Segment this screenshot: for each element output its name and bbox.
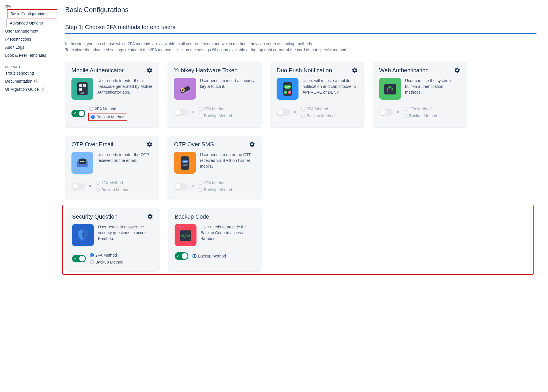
radio-backup-method[interactable]: Backup Method [90, 114, 126, 120]
radio-backup-method[interactable]: Backup Method [197, 187, 233, 193]
yubikey-icon [174, 78, 196, 100]
enable-toggle[interactable] [71, 110, 85, 117]
sidebar-item-label: Advanced Options [10, 21, 43, 25]
svg-point-25 [185, 164, 186, 165]
enable-toggle[interactable] [72, 255, 86, 262]
card-webauthn: Web Authentication User can use the syst… [373, 62, 467, 127]
radio-2fa-method[interactable]: 2FA Method [197, 106, 227, 112]
radio-2fa-method[interactable]: 2FA Method [300, 106, 329, 112]
sidebar-item-advanced-options[interactable]: Advanced Options [0, 19, 59, 27]
enable-toggle[interactable] [71, 183, 85, 190]
gear-icon[interactable] [146, 67, 153, 73]
duo-icon: DUO [277, 78, 298, 100]
sidebar-item-troubleshooting[interactable]: Troubleshooting [0, 69, 59, 77]
sidebar-item-label: Troubleshooting [5, 71, 34, 75]
gear-icon[interactable] [454, 67, 460, 73]
step-title: Step 1: Choose 2FA methods for end users [65, 24, 536, 34]
webauthn-icon [379, 78, 401, 100]
card-title: OTP Over Email [71, 141, 113, 148]
svg-text:?: ? [81, 232, 85, 238]
bottom-row-highlight: Security Question ? User needs to answer… [62, 205, 534, 275]
sidebar-item-migration-guide[interactable]: UI Migration Guide [0, 85, 59, 93]
sidebar-item-label: Documentation [5, 79, 32, 84]
sidebar-section-support: SUPPORT [0, 63, 59, 69]
radio-label: Backup Method [97, 115, 124, 119]
radio-label: 2FA Method [95, 107, 116, 111]
svg-rect-5 [83, 84, 86, 87]
card-otp-email: OTP Over Email OTP User needs to enter t… [65, 136, 159, 199]
radio-2fa-method[interactable]: 2FA Method [89, 252, 118, 258]
gear-icon[interactable] [146, 141, 153, 147]
mobile-authenticator-icon: OTP [71, 78, 93, 100]
close-icon: ✕ [396, 109, 400, 115]
enable-toggle[interactable] [277, 109, 290, 116]
svg-point-26 [186, 164, 187, 165]
enable-toggle[interactable] [175, 252, 188, 260]
radio-label: Backup Method [101, 188, 129, 192]
close-icon: ✕ [88, 183, 92, 189]
card-security-question: Security Question ? User needs to answer… [66, 208, 160, 271]
radio-2fa-method[interactable]: 2FA Method [197, 180, 227, 186]
radio-backup-method[interactable]: Backup Method [95, 187, 131, 193]
sidebar-item-user-management[interactable]: User Management [0, 27, 59, 35]
card-desc: User needs to enter the OTP received via… [200, 152, 255, 169]
gear-icon-inline [212, 47, 216, 53]
cards-grid: Mobile Authenticator OTP User needs to e… [65, 62, 536, 272]
gear-icon[interactable] [352, 67, 358, 73]
card-backup-code: Backup Code </> User needs to provide th… [168, 208, 262, 271]
svg-point-24 [184, 164, 185, 165]
radio-label: 2FA Method [307, 107, 328, 111]
close-icon: ✕ [191, 183, 194, 189]
radio-2fa-method[interactable]: 2FA Method [403, 106, 432, 112]
step-desc-line2: To explore the advanced settings related… [65, 47, 536, 53]
sidebar-item-basic-configurations[interactable]: Basic Configurations [7, 9, 57, 18]
svg-rect-11 [283, 82, 292, 96]
card-yubikey: Yubikey Hardware Token User needs to ins… [168, 62, 262, 127]
enable-toggle[interactable] [174, 183, 188, 190]
step-desc-line2b: option available at the top right corner… [217, 48, 347, 52]
gear-icon[interactable] [147, 213, 153, 220]
card-desc: User needs to enter the OTP received on … [97, 152, 153, 164]
step-desc-line2a: To explore the advanced settings related… [65, 48, 212, 52]
radio-label: Backup Method [198, 254, 226, 258]
sidebar-item-label: User Management [5, 29, 38, 33]
enable-toggle[interactable] [174, 109, 188, 116]
gear-icon[interactable] [249, 141, 255, 147]
security-question-icon: ? [72, 224, 94, 246]
radio-label: 2FA Method [204, 181, 226, 185]
card-title: Backup Code [175, 213, 209, 220]
sidebar-item-documentation[interactable]: Documentation [0, 77, 59, 85]
external-link-icon [34, 79, 37, 84]
sidebar-item-audit-logs[interactable]: Audit Logs [0, 43, 59, 51]
radio-2fa-method[interactable]: 2FA Method [95, 180, 124, 186]
radio-2fa-method[interactable]: 2FA Method [88, 106, 118, 112]
sidebar-section-2fa: 2FA [0, 3, 59, 9]
radio-label: Backup Method [95, 260, 123, 264]
sidebar-item-ip-restrictions[interactable]: IP Restrictions [0, 35, 59, 43]
sidebar-item-label: Basic Configurations [10, 12, 47, 16]
sidebar-item-label: UI Migration Guide [5, 87, 39, 92]
svg-rect-6 [79, 88, 82, 91]
card-mobile-authenticator: Mobile Authenticator OTP User needs to e… [65, 62, 159, 127]
step-description: In this step, you can choose which 2FA m… [65, 41, 536, 53]
card-title: Mobile Authenticator [71, 67, 124, 74]
radio-label: 2FA Method [204, 107, 226, 111]
sidebar-item-label: Audit Logs [5, 45, 24, 50]
step-desc-line1: In this step, you can choose which 2FA m… [65, 41, 536, 47]
card-desc: User needs to insert a security key & to… [200, 78, 255, 90]
card-title: Yubikey Hardware Token [174, 67, 238, 74]
radio-backup-method[interactable]: Backup Method [89, 259, 124, 265]
radio-backup-method[interactable]: Backup Method [191, 253, 227, 259]
main-content: Basic Configurations Step 1: Choose 2FA … [59, 0, 548, 392]
svg-point-23 [183, 164, 184, 165]
sidebar-item-look-feel[interactable]: Look & Feel Templates [0, 51, 59, 59]
radio-backup-method[interactable]: Backup Method [300, 113, 336, 119]
radio-backup-method[interactable]: Backup Method [197, 113, 233, 119]
card-duo: Duo Push Notification DUO Users will rec… [270, 62, 364, 127]
radio-label: 2FA Method [95, 253, 117, 257]
enable-toggle[interactable] [379, 109, 393, 116]
svg-point-2 [213, 49, 215, 50]
card-title: Web Authentication [379, 67, 429, 74]
radio-backup-method[interactable]: Backup Method [403, 113, 438, 119]
svg-point-10 [182, 89, 184, 91]
